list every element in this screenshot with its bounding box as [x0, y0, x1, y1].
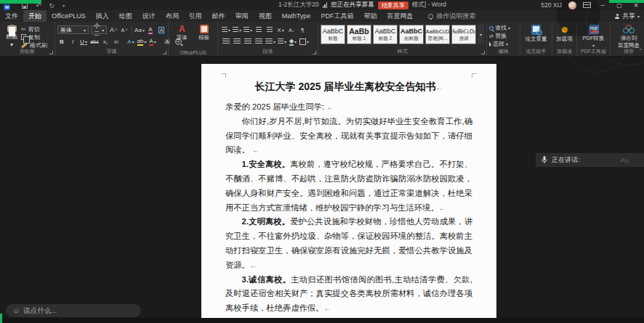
copy-button[interactable]: 复制: [21, 33, 47, 41]
officeplus-group-label: OfficePLUS: [169, 50, 217, 55]
smiley-icon[interactable]: ☺: [12, 307, 20, 314]
distribute-button[interactable]: ▾: [265, 37, 275, 46]
tab-帮助[interactable]: 帮助: [358, 10, 382, 22]
pdf-convert-button[interactable]: PDF转换 ▾: [583, 25, 605, 49]
ribbon-display-options-icon[interactable]: [583, 2, 591, 8]
shrink-font-button[interactable]: A˅: [120, 25, 129, 35]
grow-font-button[interactable]: A˄: [109, 25, 118, 35]
paragraph-dialog-launcher-icon[interactable]: [313, 51, 316, 54]
save-to-netdisk-button[interactable]: 保存到 百度网盘: [618, 25, 640, 49]
document-paragraph: 你们好,岁月不居,时节如流。为切实做好毕业生安全教育工作,确保同学们顺利毕业、安…: [225, 115, 472, 158]
tab-布局[interactable]: 布局: [161, 10, 184, 22]
align-center-button[interactable]: [233, 37, 241, 46]
asian-layout-button[interactable]: X▾: [276, 25, 285, 35]
redo-icon[interactable]: ↻: [49, 2, 55, 9]
tab-PDF工具箱[interactable]: PDF工具箱: [315, 10, 358, 22]
style-card-6[interactable]: AaBbCcDc强调: [451, 25, 476, 44]
tab-视图[interactable]: 视图: [254, 10, 277, 22]
underline-icon: U: [80, 38, 84, 45]
cut-button[interactable]: ✂剪切: [21, 25, 47, 33]
pdf-convert-label: PDF转换: [583, 36, 605, 41]
underline-button[interactable]: U▾: [79, 37, 88, 46]
borders-button[interactable]: ▾: [299, 37, 309, 46]
font-size-combo[interactable]: 小二▾: [91, 25, 107, 34]
tab-文件[interactable]: 文件: [0, 10, 23, 22]
lightbulb-icon: [428, 14, 433, 19]
tab-邮件[interactable]: 邮件: [207, 10, 230, 22]
line-spacing-button[interactable]: ▾: [278, 37, 286, 46]
chevron-down-icon: ▾: [181, 42, 183, 48]
superscript-button[interactable]: x²: [112, 37, 121, 46]
asian-layout-icon: X: [277, 27, 281, 33]
sort-button[interactable]: A↓: [287, 25, 296, 35]
end-share-button[interactable]: 结束共享: [378, 1, 408, 9]
shading-button[interactable]: ◆▾: [289, 37, 297, 46]
tab-开始[interactable]: 开始: [23, 10, 47, 22]
share-button[interactable]: 共享 ▾: [615, 10, 640, 22]
tab-百度网盘[interactable]: 百度网盘: [382, 10, 418, 22]
document-area[interactable]: 长江大学 2025 届毕业生离校安全告知书← 亲爱的 2025 届毕业生同学: …: [0, 57, 644, 318]
bullet-list-button[interactable]: ▾: [222, 25, 230, 35]
font-name-combo[interactable]: 黑体▾: [57, 25, 89, 34]
document-page[interactable]: 长江大学 2025 届毕业生离校安全告知书← 亲爱的 2025 届毕业生同学: …: [201, 64, 496, 318]
replace-button[interactable]: ⇄替换: [489, 32, 518, 40]
user-avatar[interactable]: [568, 1, 576, 9]
change-case-button[interactable]: Aa▾: [135, 25, 144, 35]
highlight-color-button[interactable]: ab▾: [137, 37, 146, 46]
tab-插入[interactable]: 插入: [91, 10, 114, 22]
style-card-2[interactable]: AaBb标题 1: [347, 25, 371, 44]
addins-label: 加载项: [556, 36, 573, 42]
character-border-icon: A: [158, 27, 165, 33]
netdisk-logo-icon: [623, 25, 635, 34]
find-button[interactable]: 查找▾: [489, 24, 518, 32]
show-marks-button[interactable]: ¶: [298, 25, 307, 35]
officeplus-template-button[interactable]: 模板: [198, 25, 209, 41]
collapse-ribbon-icon[interactable]: ⌃: [638, 48, 643, 54]
style-card-4[interactable]: AaBbC副标题: [399, 25, 424, 44]
paste-button[interactable]: 粘贴 ▾: [2, 24, 21, 48]
tab-OfficePLUS[interactable]: OfficePLUS: [47, 10, 91, 22]
editing-group: 查找▾ ⇄替换 选择▾ 编辑: [487, 22, 520, 56]
justify-button[interactable]: [254, 37, 263, 46]
italic-button[interactable]: I: [68, 37, 77, 46]
align-right-button[interactable]: [243, 37, 252, 46]
tab-MathType[interactable]: MathType: [277, 10, 316, 22]
paper-assistant-group: 论文查重 论文助手: [520, 22, 552, 56]
tab-审阅[interactable]: 审阅: [230, 10, 254, 22]
title-bar: W ↶ ↻ ▾ 1-2长江大学20 您正在共享屏幕 结束共享 模式] - Wor…: [0, 0, 644, 10]
tab-绘图[interactable]: 绘图: [114, 10, 137, 22]
font-dialog-launcher-icon[interactable]: [163, 51, 166, 54]
microphone-icon: [542, 156, 547, 164]
styles-dialog-launcher-icon[interactable]: [481, 51, 485, 54]
tab-引用[interactable]: 引用: [184, 10, 207, 22]
bold-button[interactable]: B: [57, 37, 66, 46]
strikethrough-button[interactable]: abc: [90, 37, 99, 46]
clear-formatting-button[interactable]: A: [146, 25, 155, 35]
style-card-1[interactable]: AaBbC标题: [321, 25, 345, 44]
tell-me-search[interactable]: 操作说明搜索: [428, 10, 475, 22]
increase-indent-button[interactable]: [265, 25, 274, 35]
decrease-indent-button[interactable]: [254, 25, 263, 35]
clipboard-dialog-launcher-icon[interactable]: [49, 51, 53, 54]
style-card-5[interactable]: AaBbCcD普通(网...: [425, 25, 450, 44]
text-effects-button[interactable]: A▾: [126, 37, 135, 46]
customize-qat-icon[interactable]: ▾: [63, 3, 65, 8]
minimize-button[interactable]: ─: [597, 2, 608, 9]
chat-placeholder: 说点什么...: [23, 306, 57, 316]
style-card-3[interactable]: AaBbC标题 2: [373, 25, 398, 44]
align-left-button[interactable]: [222, 37, 230, 46]
meeting-chat-input[interactable]: ☺ 说点什么...: [6, 304, 141, 317]
officeplus-font-button[interactable]: A 字体 ▾: [177, 25, 188, 48]
multilevel-list-button[interactable]: ▾: [243, 25, 252, 35]
word-app-icon[interactable]: W: [4, 4, 10, 10]
numbered-list-button[interactable]: ▾: [233, 25, 241, 35]
character-border-button[interactable]: A: [157, 25, 166, 35]
document-paragraph: 3.诚信离校。主动归还图书馆借阅的图书,主动结清学费、欠款,及时退还宿舍相关财产…: [225, 273, 472, 316]
paper-check-button[interactable]: 论文查重: [526, 25, 547, 42]
subscript-button[interactable]: x₂: [101, 37, 110, 46]
select-button[interactable]: 选择▾: [489, 40, 518, 48]
more-styles-button[interactable]: ▾: [478, 25, 484, 44]
tab-设计[interactable]: 设计: [137, 10, 161, 22]
addins-button[interactable]: 加载项: [556, 25, 573, 42]
font-color-button[interactable]: A▾: [148, 37, 157, 46]
